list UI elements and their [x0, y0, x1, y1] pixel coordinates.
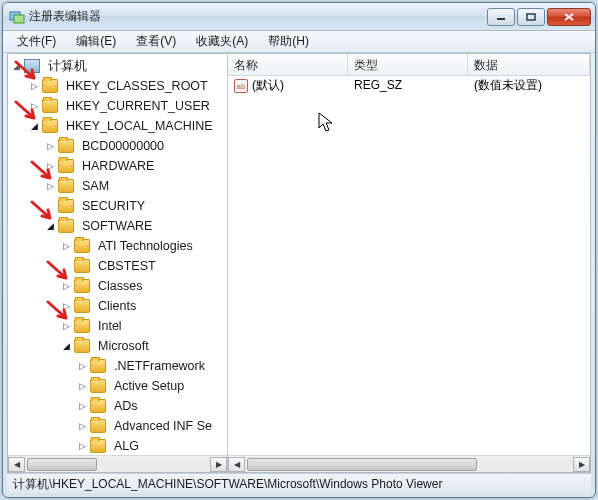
menu-edit[interactable]: 编辑(E) — [66, 31, 126, 52]
expander-icon[interactable]: ◢ — [10, 60, 22, 72]
expander-icon[interactable]: ◢ — [44, 220, 56, 232]
expander-icon[interactable]: ▷ — [28, 80, 40, 92]
tree-node[interactable]: CBSTEST — [8, 256, 227, 276]
menu-favorites[interactable]: 收藏夹(A) — [186, 31, 258, 52]
menu-file[interactable]: 文件(F) — [7, 31, 66, 52]
list-body[interactable]: ab(默认) REG_SZ (数值未设置) — [228, 76, 590, 455]
menu-help[interactable]: 帮助(H) — [258, 31, 319, 52]
expander-icon[interactable]: ◢ — [28, 120, 40, 132]
tree-node[interactable]: ▷ATI Technologies — [8, 236, 227, 256]
expander-icon[interactable]: ▷ — [76, 380, 88, 392]
tree-label: ATI Technologies — [94, 238, 197, 254]
computer-icon — [24, 59, 40, 73]
tree-label: CBSTEST — [94, 258, 160, 274]
expander-icon[interactable]: ▷ — [76, 440, 88, 452]
cell-type: REG_SZ — [348, 78, 468, 92]
expander-icon[interactable]: ▷ — [60, 280, 72, 292]
tree-node[interactable]: ▷HARDWARE — [8, 156, 227, 176]
tree-pane: ◢ 计算机 ▷HKEY_CLASSES_ROOT▷HKEY_CURRENT_US… — [8, 54, 228, 472]
expander-icon[interactable]: ▷ — [60, 300, 72, 312]
folder-icon — [74, 239, 90, 253]
expander-icon[interactable]: ▷ — [76, 400, 88, 412]
tree-node[interactable]: SECURITY — [8, 196, 227, 216]
tree-node[interactable]: ▷Advanced INF Se — [8, 416, 227, 436]
tree-node[interactable]: ▷Classes — [8, 276, 227, 296]
expander-icon[interactable]: ◢ — [60, 340, 72, 352]
tree-label: HKEY_CURRENT_USER — [62, 98, 214, 114]
scroll-track[interactable] — [245, 457, 573, 472]
tree-label: 计算机 — [44, 57, 91, 76]
tree-node[interactable]: ▷SAM — [8, 176, 227, 196]
tree-label: HKEY_CLASSES_ROOT — [62, 78, 212, 94]
tree-node[interactable]: ▷ADs — [8, 396, 227, 416]
tree-node[interactable]: ▷.NETFramework — [8, 356, 227, 376]
col-name[interactable]: 名称 — [228, 54, 348, 75]
expander-icon[interactable] — [44, 200, 56, 212]
tree-node[interactable]: ▷BCD00000000 — [8, 136, 227, 156]
scroll-right-button[interactable]: ▶ — [573, 457, 590, 472]
tree-root[interactable]: ◢ 计算机 — [8, 56, 227, 76]
expander-icon[interactable]: ▷ — [44, 160, 56, 172]
tree-hscrollbar[interactable]: ◀ ▶ — [8, 455, 227, 472]
expander-icon[interactable]: ▷ — [76, 360, 88, 372]
app-icon — [9, 9, 25, 25]
list-hscrollbar[interactable]: ◀ ▶ — [228, 455, 590, 472]
expander-icon[interactable]: ▷ — [60, 240, 72, 252]
scroll-left-button[interactable]: ◀ — [228, 457, 245, 472]
tree-node[interactable]: ▷HKEY_CLASSES_ROOT — [8, 76, 227, 96]
tree-label: Microsoft — [94, 338, 153, 354]
expander-icon[interactable]: ▷ — [60, 320, 72, 332]
tree-label: SECURITY — [78, 198, 149, 214]
expander-icon[interactable] — [60, 260, 72, 272]
content-area: ◢ 计算机 ▷HKEY_CLASSES_ROOT▷HKEY_CURRENT_US… — [7, 53, 591, 473]
scroll-right-button[interactable]: ▶ — [210, 457, 227, 472]
list-row[interactable]: ab(默认) REG_SZ (数值未设置) — [228, 76, 590, 94]
svg-rect-3 — [527, 14, 535, 20]
expander-icon[interactable]: ▷ — [44, 180, 56, 192]
tree-label: Active Setup — [110, 378, 188, 394]
tree-label: HARDWARE — [78, 158, 158, 174]
tree-label: Intel — [94, 318, 126, 334]
folder-icon — [74, 299, 90, 313]
tree-label: Advanced INF Se — [110, 418, 216, 434]
folder-icon — [42, 99, 58, 113]
folder-icon — [58, 179, 74, 193]
folder-icon — [58, 219, 74, 233]
tree-label: HKEY_LOCAL_MACHINE — [62, 118, 217, 134]
tree-node[interactable]: ▷Clients — [8, 296, 227, 316]
expander-icon[interactable]: ▷ — [28, 100, 40, 112]
scroll-thumb[interactable] — [27, 458, 97, 471]
tree-node[interactable]: ▷ALG — [8, 436, 227, 455]
tree-node[interactable]: ◢HKEY_LOCAL_MACHINE — [8, 116, 227, 136]
scroll-thumb[interactable] — [247, 458, 477, 471]
cell-data: (数值未设置) — [468, 77, 590, 94]
col-data[interactable]: 数据 — [468, 54, 590, 75]
expander-icon[interactable]: ▷ — [76, 420, 88, 432]
menubar: 文件(F) 编辑(E) 查看(V) 收藏夹(A) 帮助(H) — [3, 31, 595, 53]
folder-icon — [74, 319, 90, 333]
tree-label: BCD00000000 — [78, 138, 168, 154]
col-type[interactable]: 类型 — [348, 54, 468, 75]
tree-label: .NETFramework — [110, 358, 209, 374]
close-button[interactable] — [547, 8, 591, 26]
scroll-track[interactable] — [25, 457, 210, 472]
tree-label: Clients — [94, 298, 140, 314]
expander-icon[interactable]: ▷ — [44, 140, 56, 152]
tree-node[interactable]: ◢Microsoft — [8, 336, 227, 356]
folder-icon — [42, 79, 58, 93]
tree-node[interactable]: ◢SOFTWARE — [8, 216, 227, 236]
tree-node[interactable]: ▷Active Setup — [8, 376, 227, 396]
tree-node[interactable]: ▷Intel — [8, 316, 227, 336]
folder-icon — [58, 159, 74, 173]
minimize-button[interactable] — [487, 8, 515, 26]
folder-icon — [74, 279, 90, 293]
scroll-left-button[interactable]: ◀ — [8, 457, 25, 472]
tree-node[interactable]: ▷HKEY_CURRENT_USER — [8, 96, 227, 116]
tree-scroll[interactable]: ◢ 计算机 ▷HKEY_CLASSES_ROOT▷HKEY_CURRENT_US… — [8, 54, 227, 455]
menu-view[interactable]: 查看(V) — [126, 31, 186, 52]
svg-rect-1 — [14, 15, 24, 23]
folder-icon — [90, 379, 106, 393]
tree-label: ALG — [110, 438, 143, 454]
maximize-button[interactable] — [517, 8, 545, 26]
titlebar[interactable]: 注册表编辑器 — [3, 3, 595, 31]
